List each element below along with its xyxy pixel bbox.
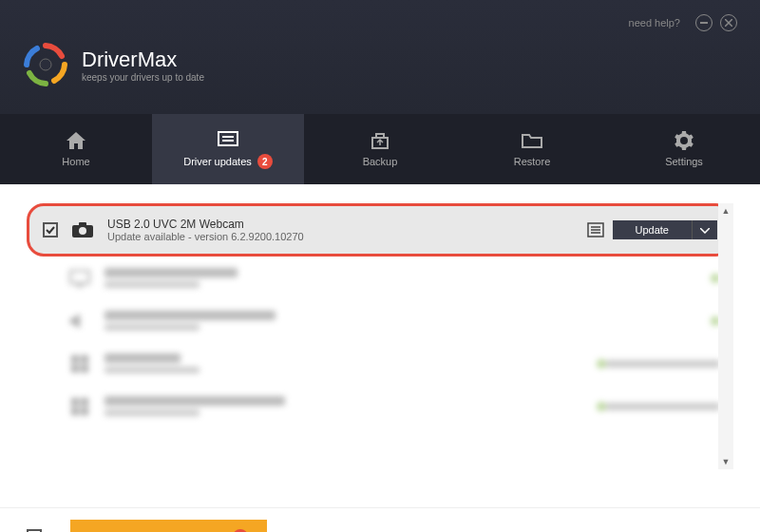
gear-icon <box>674 131 694 150</box>
audio-icon <box>68 312 91 331</box>
svg-rect-2 <box>218 132 238 145</box>
list-icon <box>218 129 238 148</box>
nav-backup[interactable]: Backup <box>304 114 456 184</box>
nav-settings[interactable]: Settings <box>608 114 760 184</box>
main-nav: Home Driver updates 2 Backup Restore Set… <box>0 114 760 184</box>
driver-row-blurred <box>27 299 733 342</box>
updates-badge: 2 <box>257 154 273 169</box>
home-icon <box>66 131 86 150</box>
download-install-button[interactable]: DOWNLOAD AND INSTALL 2 <box>70 520 267 532</box>
svg-rect-20 <box>81 398 88 406</box>
brand-subtitle: keeps your drivers up to date <box>82 72 204 83</box>
details-icon[interactable] <box>586 221 605 238</box>
update-button-label: Update <box>613 220 693 239</box>
driver-row-featured: USB 2.0 UVC 2M Webcam Update available -… <box>27 203 733 256</box>
scrollbar[interactable]: ▲ ▼ <box>718 203 733 469</box>
nav-home[interactable]: Home <box>0 114 152 184</box>
logo-icon <box>23 42 68 87</box>
svg-rect-18 <box>81 365 88 372</box>
scroll-track[interactable] <box>718 218 733 454</box>
nav-driver-updates[interactable]: Driver updates 2 <box>152 114 304 184</box>
scroll-down-icon[interactable]: ▼ <box>718 454 733 469</box>
svg-rect-0 <box>700 22 708 24</box>
folder-icon <box>522 131 542 150</box>
svg-rect-13 <box>70 271 89 283</box>
checkbox[interactable] <box>43 222 58 238</box>
nav-restore[interactable]: Restore <box>456 114 608 184</box>
svg-rect-22 <box>81 408 88 415</box>
svg-rect-15 <box>71 355 79 363</box>
update-button[interactable]: Update <box>613 220 717 239</box>
nav-label: Home <box>62 156 89 167</box>
nav-label: Settings <box>665 156 703 167</box>
chevron-down-icon[interactable] <box>693 220 717 239</box>
brand-title: DriverMax <box>82 48 204 72</box>
windows-icon <box>68 354 91 373</box>
nav-label: Backup <box>363 156 398 167</box>
scroll-up-icon[interactable]: ▲ <box>718 203 733 218</box>
camera-icon <box>71 220 94 239</box>
driver-name: USB 2.0 UVC 2M Webcam <box>107 218 586 231</box>
backup-icon <box>370 131 390 150</box>
svg-rect-19 <box>71 398 79 406</box>
driver-row-blurred <box>27 342 733 385</box>
svg-rect-21 <box>71 408 79 415</box>
svg-point-8 <box>79 227 86 235</box>
driver-status: Update available - version 6.2.9200.1027… <box>107 231 586 242</box>
svg-rect-7 <box>79 222 86 226</box>
nav-label: Driver updates <box>183 156 252 167</box>
windows-icon <box>68 397 91 416</box>
driver-row-blurred <box>27 256 733 299</box>
help-link[interactable]: need help? <box>629 17 680 28</box>
monitor-icon <box>68 269 91 288</box>
minimize-button[interactable] <box>695 14 712 31</box>
svg-rect-16 <box>81 355 88 363</box>
close-button[interactable] <box>720 14 737 31</box>
svg-point-1 <box>40 59 51 70</box>
driver-row-blurred <box>27 385 733 428</box>
svg-rect-17 <box>71 365 79 372</box>
nav-label: Restore <box>514 156 551 167</box>
